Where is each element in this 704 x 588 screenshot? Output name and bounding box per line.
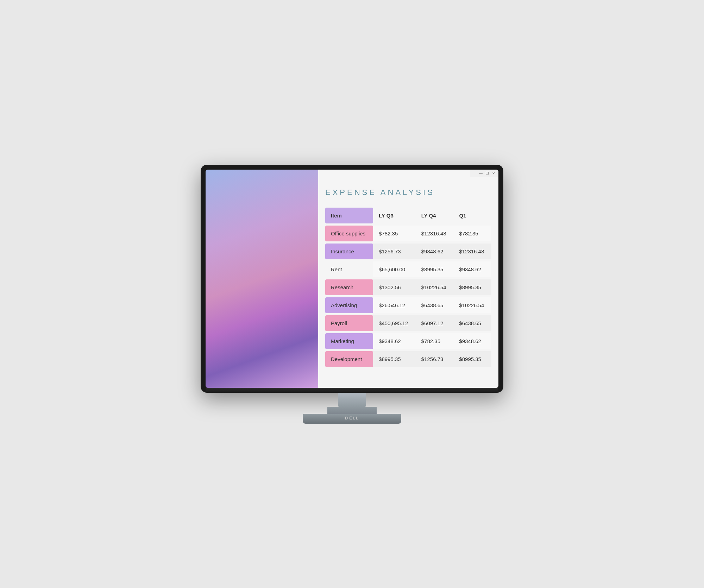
cell-item: Payroll [325,315,373,331]
cell-lyq3: $1256.73 [373,244,416,259]
cell-lyq4: $1256.73 [416,351,454,367]
cell-lyq3: $26.546.12 [373,297,416,313]
neck-column [327,407,377,414]
cell-item: Development [325,351,373,367]
cell-lyq4: $782.35 [416,333,454,349]
decorative-panel [206,170,318,388]
cell-q1: $8995.35 [453,279,491,295]
cell-item: Insurance [325,244,373,259]
cell-item: Rent [325,261,373,277]
sheet-title: EXPENSE ANALYSIS [325,188,491,197]
cell-lyq4: $10226.54 [416,279,454,295]
restore-button[interactable]: ❐ [484,171,490,176]
spreadsheet-area: EXPENSE ANALYSIS Item LY Q3 LY Q4 Q1 [318,177,498,376]
monitor-stand: D∈LL [201,393,503,424]
cell-q1: $782.35 [453,226,491,241]
cell-lyq3: $8995.35 [373,351,416,367]
col-header-lyq3: LY Q3 [373,208,416,223]
col-header-lyq4: LY Q4 [416,208,454,223]
cell-q1: $9348.62 [453,261,491,277]
table-header-row: Item LY Q3 LY Q4 Q1 [325,208,491,223]
spreadsheet-panel: EXPENSE ANALYSIS Item LY Q3 LY Q4 Q1 [318,170,498,388]
table-row: Development $8995.35 $1256.73 $8995.35 [325,351,491,367]
col-header-item: Item [325,208,373,223]
cell-lyq4: $6438.65 [416,297,454,313]
cell-item: Office supplies [325,226,373,241]
cell-q1: $9348.62 [453,333,491,349]
cell-lyq3: $1302.56 [373,279,416,295]
cell-q1: $8995.35 [453,351,491,367]
monitor-frame: — ❐ ✕ EXPENSE ANALYSIS Item [201,165,503,424]
cell-lyq3: $450,695.12 [373,315,416,331]
table-row: Office supplies $782.35 $12316.48 $782.3… [325,226,491,241]
col-header-q1: Q1 [453,208,491,223]
cell-item: Advertising [325,297,373,313]
cell-lyq4: $9348.62 [416,244,454,259]
cell-q1: $6438.65 [453,315,491,331]
cell-q1: $10226.54 [453,297,491,313]
expense-table: Item LY Q3 LY Q4 Q1 Office supplies $782… [325,206,491,369]
minimize-button[interactable]: — [478,171,484,176]
cell-lyq3: $9348.62 [373,333,416,349]
monitor-bottom-bar [206,388,498,393]
table-row: Insurance $1256.73 $9348.62 $12316.48 [325,244,491,259]
monitor-outer: — ❐ ✕ EXPENSE ANALYSIS Item [201,165,503,393]
cell-lyq4: $12316.48 [416,226,454,241]
monitor-screen: — ❐ ✕ EXPENSE ANALYSIS Item [206,170,498,388]
table-row: Payroll $450,695.12 $6097.12 $6438.65 [325,315,491,331]
neck-top [338,393,366,407]
cell-item: Marketing [325,333,373,349]
neck-base: D∈LL [303,414,401,424]
cell-lyq3: $782.35 [373,226,416,241]
screen-content: EXPENSE ANALYSIS Item LY Q3 LY Q4 Q1 [206,170,498,388]
cell-lyq3: $65,600.00 [373,261,416,277]
table-row: Research $1302.56 $10226.54 $8995.35 [325,279,491,295]
cell-lyq4: $8995.35 [416,261,454,277]
brand-label: D∈LL [303,414,401,421]
cell-lyq4: $6097.12 [416,315,454,331]
cell-item: Research [325,279,373,295]
cell-q1: $12316.48 [453,244,491,259]
close-button[interactable]: ✕ [491,171,496,176]
table-row: Advertising $26.546.12 $6438.65 $10226.5… [325,297,491,313]
table-row: Rent $65,600.00 $8995.35 $9348.62 [325,261,491,277]
titlebar: — ❐ ✕ [470,170,498,177]
table-row: Marketing $9348.62 $782.35 $9348.62 [325,333,491,349]
